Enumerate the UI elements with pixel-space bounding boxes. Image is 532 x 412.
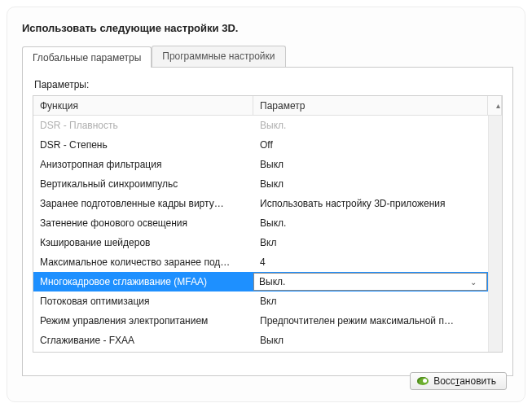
vertical-scrollbar[interactable]: [488, 116, 502, 352]
settings-panel: Использовать следующие настройки 3D. Гло…: [7, 7, 525, 402]
footer: Восстановить: [410, 372, 507, 390]
table-row[interactable]: Вертикальный синхроимпульсВыкл: [33, 174, 488, 194]
row-function: Режим управления электропитанием: [33, 315, 253, 327]
row-value: Выкл.: [253, 120, 488, 131]
table-row[interactable]: DSR - ПлавностьВыкл.: [33, 116, 488, 135]
chevron-up-icon: ▴: [496, 101, 500, 110]
row-value: Off: [253, 139, 488, 151]
table-row[interactable]: Потоковая оптимизацияВкл: [33, 291, 488, 311]
table-row[interactable]: Анизотропная фильтрацияВыкл: [33, 155, 488, 174]
table-row[interactable]: Режим управления электропитаниемПредпочт…: [33, 311, 488, 331]
row-value[interactable]: Выкл.⌄: [253, 273, 487, 291]
row-value: Вкл: [253, 296, 488, 307]
row-value-text: Выкл.: [259, 276, 285, 287]
table-row[interactable]: Многокадровое сглаживание (MFAA)Выкл.⌄: [33, 272, 488, 291]
row-value: Выкл: [253, 159, 488, 170]
row-value-text: Вкл: [260, 237, 276, 248]
settings-grid: Функция Параметр ▴ DSR - ПлавностьВыкл.D…: [33, 95, 503, 353]
row-function: Максимальное количество заранее под…: [33, 256, 253, 268]
row-function: DSR - Степень: [33, 139, 253, 151]
row-function: Вертикальный синхроимпульс: [33, 178, 253, 190]
row-value: Предпочтителен режим максимальной п…: [253, 315, 488, 327]
row-function: Потоковая оптимизация: [33, 296, 253, 307]
row-value-text: Выкл: [260, 178, 284, 190]
row-value-text: Выкл.: [260, 120, 286, 131]
chevron-down-icon[interactable]: ⌄: [470, 278, 477, 287]
grid-header: Функция Параметр ▴: [33, 96, 502, 116]
table-row[interactable]: Максимальное количество заранее под…4: [33, 252, 488, 272]
table-row[interactable]: Кэширование шейдеровВкл: [33, 233, 488, 252]
table-row[interactable]: Затенение фонового освещенияВыкл.: [33, 213, 488, 233]
restore-button-label: Восстановить: [433, 375, 496, 387]
tabpage-global: Параметры: Функция Параметр ▴ DSR - Плав…: [22, 67, 513, 376]
tabstrip: Глобальные параметры Программные настрой…: [22, 46, 513, 67]
row-value-text: Использовать настройку 3D-приложения: [260, 198, 446, 209]
row-value: Выкл: [253, 335, 488, 346]
row-function: Заранее подготовленные кадры вирту…: [33, 198, 253, 209]
restore-button[interactable]: Восстановить: [410, 372, 507, 390]
row-value-text: Выкл.: [260, 217, 286, 229]
row-function: Анизотропная фильтрация: [33, 159, 253, 170]
row-function: Кэширование шейдеров: [33, 237, 253, 248]
grid-body: DSR - ПлавностьВыкл.DSR - СтепеньOffАниз…: [33, 116, 488, 352]
table-row[interactable]: Заранее подготовленные кадры вирту…Испол…: [33, 194, 488, 213]
params-label: Параметры:: [34, 79, 503, 90]
row-function: Затенение фонового освещения: [33, 217, 253, 229]
tab-global[interactable]: Глобальные параметры: [22, 46, 152, 68]
tabs: Глобальные параметры Программные настрой…: [22, 46, 513, 376]
nvidia-icon: [417, 376, 429, 386]
row-function: Многокадровое сглаживание (MFAA): [33, 276, 253, 287]
panel-title: Использовать следующие настройки 3D.: [22, 22, 513, 34]
scroll-up[interactable]: ▴: [488, 96, 502, 116]
row-function: Сглаживание - FXAA: [33, 335, 253, 346]
row-value: 4: [253, 256, 488, 268]
table-row[interactable]: DSR - СтепеньOff: [33, 135, 488, 155]
row-value: Выкл: [253, 178, 488, 190]
row-function: DSR - Плавность: [33, 120, 253, 131]
table-row[interactable]: Сглаживание - FXAAВыкл: [33, 331, 488, 350]
row-value-text: Предпочтителен режим максимальной п…: [260, 315, 454, 327]
row-value-text: Вкл: [260, 296, 276, 307]
row-value-text: Выкл: [260, 335, 284, 346]
row-value-text: 4: [260, 256, 266, 268]
row-value: Выкл.: [253, 217, 488, 229]
row-value: Использовать настройку 3D-приложения: [253, 198, 488, 209]
header-value[interactable]: Параметр: [253, 96, 488, 116]
header-function[interactable]: Функция: [33, 96, 253, 116]
row-value-text: Выкл: [260, 159, 284, 170]
row-value-text: Off: [260, 139, 273, 151]
row-value: Вкл: [253, 237, 488, 248]
tab-program[interactable]: Программные настройки: [152, 46, 285, 67]
